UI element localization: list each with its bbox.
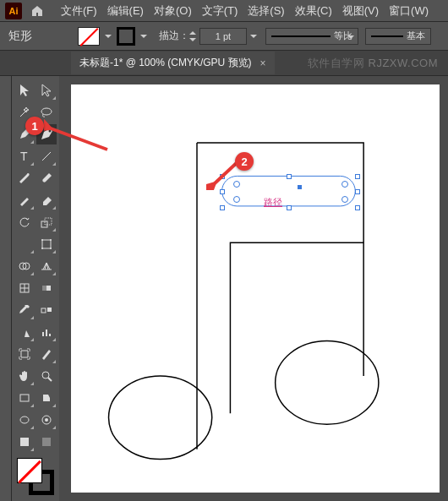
column-graph-tool[interactable]	[36, 322, 57, 342]
svg-rect-29	[42, 438, 51, 446]
selection-handle[interactable]	[355, 189, 360, 194]
symbol-sprayer-tool[interactable]	[14, 322, 35, 342]
panel-dock-left[interactable]	[0, 76, 12, 501]
selection-tool[interactable]	[14, 80, 35, 101]
selection-handle[interactable]	[355, 174, 360, 179]
svg-point-25	[20, 417, 29, 423]
svg-text:T: T	[20, 150, 28, 163]
artboard[interactable]: 路径 2	[71, 84, 440, 493]
svg-rect-20	[49, 334, 51, 336]
rectangle-tool[interactable]	[14, 388, 35, 408]
menu-window[interactable]: 窗口(W)	[384, 3, 434, 19]
width-tool[interactable]	[14, 234, 35, 254]
stroke-weight-label: 描边：	[159, 29, 189, 43]
type-tool[interactable]: T	[14, 146, 35, 166]
fill-indicator[interactable]	[17, 458, 42, 483]
svg-point-7	[41, 239, 43, 241]
perspective-grid-tool[interactable]	[36, 256, 57, 276]
menu-object[interactable]: 对象(O)	[149, 3, 197, 19]
slice-tool[interactable]	[36, 344, 57, 364]
menu-edit[interactable]: 编辑(E)	[102, 3, 149, 19]
svg-line-30	[51, 128, 107, 150]
home-icon[interactable]	[30, 4, 44, 18]
watermark-text-b: RJZXW.COM	[369, 57, 439, 69]
svg-rect-28	[20, 438, 29, 446]
blend-tool[interactable]	[36, 300, 57, 320]
path-label: 路径	[264, 196, 282, 209]
artboard-tool[interactable]	[14, 344, 35, 364]
svg-point-10	[50, 248, 52, 249]
blob-brush-tool[interactable]	[36, 168, 57, 188]
stepper-icon[interactable]	[189, 30, 196, 42]
fill-stroke-indicator[interactable]	[15, 456, 56, 497]
svg-rect-21	[21, 351, 28, 357]
document-tab-bar: 未标题-1* @ 100% (CMYK/GPU 预览) × 软件自学网 RJZX…	[0, 51, 448, 76]
stroke-dropdown-icon[interactable]	[140, 33, 147, 40]
watermark-text-a: 软件自学网	[308, 57, 365, 69]
menu-view[interactable]: 视图(V)	[337, 3, 384, 19]
svg-rect-6	[42, 240, 51, 248]
live-paint-select-tool[interactable]	[36, 410, 57, 430]
corner-widget[interactable]	[341, 196, 348, 203]
direct-selection-tool[interactable]	[36, 80, 57, 101]
app-logo: Ai	[5, 3, 22, 19]
variable-width-profile[interactable]: 等比	[265, 28, 358, 45]
brush-definition[interactable]: 基本	[365, 28, 431, 45]
corner-widget[interactable]	[233, 196, 240, 203]
print-tiling-tool[interactable]	[14, 432, 35, 452]
ellipse-tool[interactable]	[14, 410, 35, 430]
gradient-tool[interactable]	[36, 278, 57, 298]
eyedropper-tool[interactable]	[14, 300, 35, 320]
svg-line-23	[48, 378, 52, 381]
paintbrush-tool[interactable]	[14, 168, 35, 188]
hand-tool[interactable]	[14, 366, 35, 386]
arrow-annotation-1	[44, 112, 112, 154]
fill-swatch[interactable]	[78, 27, 100, 46]
scale-tool[interactable]	[36, 212, 57, 232]
menu-effect[interactable]: 效果(C)	[290, 3, 337, 19]
stroke-weight-input[interactable]: 1 pt	[199, 28, 247, 45]
svg-point-27	[45, 418, 48, 422]
stroke-swatch[interactable]	[117, 27, 135, 46]
mesh-tool[interactable]	[14, 278, 35, 298]
rotate-tool[interactable]	[14, 212, 35, 232]
callout-badge-2: 2	[235, 152, 254, 171]
basic-label: 基本	[407, 30, 425, 42]
fill-dropdown-icon[interactable]	[105, 33, 112, 40]
canvas-viewport[interactable]: 路径 2	[59, 76, 448, 501]
menu-type[interactable]: 文字(T)	[197, 3, 243, 19]
shaper-tool[interactable]	[14, 190, 35, 210]
svg-point-8	[50, 239, 52, 241]
document-tab-title: 未标题-1* @ 100% (CMYK/GPU 预览)	[79, 56, 252, 70]
selection-handle[interactable]	[287, 205, 292, 210]
corner-widget[interactable]	[341, 181, 348, 188]
center-point[interactable]	[298, 185, 302, 189]
shape-builder-tool[interactable]	[14, 256, 35, 276]
menu-file[interactable]: 文件(F)	[56, 3, 102, 19]
document-tab[interactable]: 未标题-1* @ 100% (CMYK/GPU 预览) ×	[71, 52, 275, 74]
color-tool[interactable]	[36, 432, 57, 452]
selection-handle[interactable]	[287, 174, 292, 179]
free-transform-tool[interactable]	[36, 234, 57, 254]
eraser-tool[interactable]	[36, 190, 57, 210]
shape-type-label: 矩形	[8, 29, 68, 44]
svg-rect-18	[42, 332, 44, 336]
artwork	[71, 84, 440, 493]
svg-point-32	[276, 341, 379, 425]
svg-rect-15	[42, 286, 46, 291]
svg-point-22	[42, 372, 49, 378]
watermark: 软件自学网 RJZXW.COM	[308, 56, 438, 71]
stroke-weight-dropdown-icon[interactable]	[250, 33, 257, 40]
menu-select[interactable]: 选择(S)	[243, 3, 289, 19]
chevron-down-icon	[347, 34, 354, 41]
control-bar: 矩形 描边： 1 pt 等比 基本	[0, 22, 448, 51]
svg-point-9	[41, 248, 43, 249]
svg-rect-17	[47, 308, 52, 312]
zoom-tool[interactable]	[36, 366, 57, 386]
svg-rect-24	[20, 395, 29, 401]
selection-handle[interactable]	[355, 205, 360, 210]
svg-rect-16	[41, 308, 46, 313]
close-tab-icon[interactable]: ×	[260, 57, 266, 69]
live-paint-tool[interactable]	[36, 388, 57, 408]
selection-handle[interactable]	[220, 205, 225, 210]
